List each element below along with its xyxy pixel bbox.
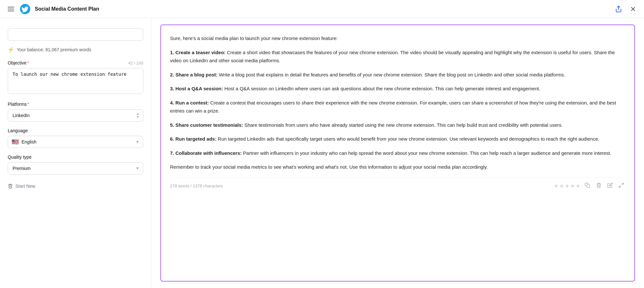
left-panel: Social media content plan ⚡ Your balance… bbox=[0, 18, 151, 288]
star-1[interactable]: ★ bbox=[554, 183, 558, 189]
right-panel: Sure, here's a social media plan to laun… bbox=[151, 18, 644, 288]
star-5[interactable]: ★ bbox=[576, 183, 580, 189]
star-rating[interactable]: ★ ★ ★ ★ ★ bbox=[554, 183, 580, 189]
result-closing: Remember to track your social media metr… bbox=[170, 163, 625, 171]
result-item-5: 5. Share customer testimonials: Share te… bbox=[170, 121, 625, 129]
result-item-7: 7. Collaborate with influencers: Partner… bbox=[170, 149, 625, 157]
close-button[interactable] bbox=[629, 5, 638, 14]
result-card: Sure, here's a social media plan to laun… bbox=[160, 25, 635, 282]
edit-button[interactable] bbox=[606, 182, 614, 190]
main-layout: Social media content plan ⚡ Your balance… bbox=[0, 18, 644, 288]
result-item-1: 1. Create a teaser video: Create a short… bbox=[170, 48, 625, 65]
platforms-group: Platforms* LinkedIn Twitter Facebook Ins… bbox=[8, 102, 143, 122]
twitter-logo bbox=[20, 4, 30, 14]
balance-text: Your balance: 81,067 premium words bbox=[17, 47, 91, 52]
start-new-label: Start New bbox=[15, 184, 35, 189]
star-3[interactable]: ★ bbox=[565, 183, 569, 189]
platforms-label-row: Platforms* bbox=[8, 102, 143, 107]
quality-group: Quality type Premium Standard ▼ bbox=[8, 154, 143, 174]
quality-select[interactable]: Premium Standard bbox=[8, 162, 143, 174]
objective-label-row: Objective* 42 / 100 bbox=[8, 60, 143, 65]
start-new-button[interactable]: Start New bbox=[8, 181, 35, 191]
delete-icon bbox=[596, 183, 601, 188]
hamburger-menu-button[interactable] bbox=[6, 5, 15, 13]
app-title: Social Media Content Plan bbox=[35, 6, 99, 12]
trash-icon bbox=[8, 184, 13, 189]
word-count: 278 words / 1378 characters bbox=[170, 184, 223, 188]
edit-icon bbox=[607, 183, 613, 188]
expand-icon bbox=[619, 183, 624, 188]
platforms-select-wrap: LinkedIn Twitter Facebook Instagram ▲▼ bbox=[8, 109, 143, 122]
language-select-wrap: 🇺🇸 English Spanish French German ▼ bbox=[8, 136, 143, 148]
quality-label: Quality type bbox=[8, 154, 32, 160]
result-item-3: 3. Host a Q&A session: Host a Q&A sessio… bbox=[170, 84, 625, 93]
close-icon bbox=[630, 6, 636, 12]
hamburger-icon bbox=[8, 7, 14, 11]
quality-select-wrap: Premium Standard ▼ bbox=[8, 162, 143, 174]
objective-group: Objective* 42 / 100 To launch our new ch… bbox=[8, 60, 143, 95]
svg-line-5 bbox=[622, 183, 623, 185]
svg-line-6 bbox=[619, 185, 621, 187]
language-label-row: Language bbox=[8, 128, 143, 133]
star-4[interactable]: ★ bbox=[570, 183, 575, 189]
quality-label-row: Quality type bbox=[8, 154, 143, 160]
lightning-icon: ⚡ bbox=[8, 46, 14, 53]
result-intro: Sure, here's a social media plan to laun… bbox=[170, 34, 625, 43]
platforms-select[interactable]: LinkedIn Twitter Facebook Instagram bbox=[8, 109, 143, 122]
result-actions: ★ ★ ★ ★ ★ bbox=[554, 182, 625, 190]
template-name-input[interactable]: Social media content plan bbox=[8, 28, 143, 41]
copy-button[interactable] bbox=[583, 182, 592, 190]
platforms-label: Platforms* bbox=[8, 102, 29, 107]
header-right bbox=[614, 4, 638, 14]
language-group: Language 🇺🇸 English Spanish French Germa… bbox=[8, 128, 143, 148]
result-item-4: 4. Run a contest: Create a contest that … bbox=[170, 99, 625, 115]
objective-char-count: 42 / 100 bbox=[128, 61, 143, 65]
result-footer: 278 words / 1378 characters ★ ★ ★ ★ ★ bbox=[170, 178, 625, 190]
language-select[interactable]: English Spanish French German bbox=[8, 136, 143, 148]
delete-result-button[interactable] bbox=[595, 182, 603, 190]
svg-rect-4 bbox=[587, 184, 590, 187]
share-button[interactable] bbox=[614, 4, 623, 14]
header-left: Social Media Content Plan bbox=[6, 4, 99, 14]
result-item-2: 2. Share a blog post: Write a blog post … bbox=[170, 71, 625, 79]
objective-textarea[interactable]: To launch our new chrome extension featu… bbox=[8, 68, 143, 94]
share-icon bbox=[615, 5, 622, 13]
app-header: Social Media Content Plan bbox=[0, 0, 644, 18]
star-2[interactable]: ★ bbox=[559, 183, 564, 189]
result-item-6: 6. Run targeted ads: Run targeted Linked… bbox=[170, 135, 625, 143]
language-label: Language bbox=[8, 128, 28, 133]
objective-label: Objective* bbox=[8, 60, 29, 65]
balance-row: ⚡ Your balance: 81,067 premium words bbox=[8, 46, 143, 53]
result-text: Sure, here's a social media plan to laun… bbox=[170, 34, 625, 171]
expand-button[interactable] bbox=[617, 182, 625, 190]
copy-icon bbox=[585, 183, 590, 188]
